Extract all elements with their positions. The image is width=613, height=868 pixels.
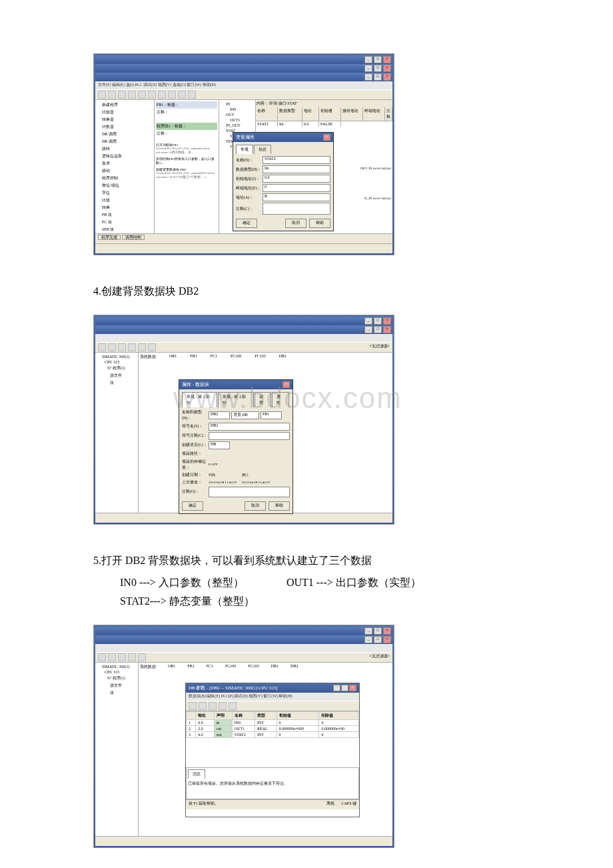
tree-item[interactable]: 比较	[97, 197, 153, 204]
status-btn[interactable]: 调用结构	[122, 235, 145, 240]
block-icon[interactable]: FC105	[248, 664, 259, 670]
tree-item[interactable]: 转换	[97, 204, 153, 211]
table-row[interactable]: 2 2.0 out OUT1 REAL 0.000000e+000 0.0000…	[187, 726, 359, 732]
block-icon[interactable]: FB1	[190, 354, 197, 360]
minimize-button[interactable]: _	[364, 326, 372, 333]
maximize-button[interactable]: □	[374, 627, 382, 635]
close-button[interactable]: ×	[383, 627, 391, 635]
tree-item[interactable]: 程序控制	[97, 175, 153, 182]
toolbar-icon[interactable]	[209, 702, 217, 710]
block-icon[interactable]: OB1	[169, 354, 177, 360]
tree-item[interactable]: S7 程序(1)	[97, 365, 137, 372]
comment-input[interactable]	[209, 487, 290, 497]
minimize-button[interactable]: _	[364, 636, 372, 643]
block-icon[interactable]: 系统数据	[140, 664, 156, 670]
minimize-button[interactable]: _	[364, 627, 372, 635]
toolbar-icon[interactable]	[98, 91, 106, 99]
maximize-icon[interactable]: □	[341, 685, 348, 691]
minimize-button[interactable]: _	[364, 56, 372, 63]
toolbar-icon[interactable]	[168, 91, 176, 99]
toolbar-icon[interactable]	[199, 702, 207, 710]
toolbar-icon[interactable]	[148, 91, 156, 99]
tree-item[interactable]: CPU 315	[97, 359, 137, 365]
close-icon[interactable]: ×	[323, 134, 330, 141]
name-input[interactable]: DB2	[209, 411, 230, 419]
status-btn[interactable]: 程序完成	[98, 235, 121, 240]
minimize-icon[interactable]: _	[333, 685, 340, 691]
block-icon[interactable]: DB1	[271, 664, 279, 670]
toolbar-icon[interactable]	[98, 653, 106, 661]
comment-input[interactable]	[263, 203, 330, 215]
block-icon[interactable]: FC100	[225, 664, 236, 670]
toolbar-icon[interactable]	[148, 343, 156, 351]
toolbar-icon[interactable]	[98, 343, 106, 351]
tab-attrs[interactable]: 属性	[272, 392, 289, 407]
tree-item[interactable]: 块	[97, 379, 137, 387]
maximize-button[interactable]: □	[374, 73, 382, 81]
toolbar-icon[interactable]	[158, 91, 166, 99]
type-input[interactable]: Int	[263, 165, 330, 173]
toolbar[interactable]: <无过滤器>	[95, 652, 392, 663]
close-button[interactable]: ×	[383, 317, 391, 325]
toolbar-icon[interactable]	[108, 653, 116, 661]
block-icon[interactable]: 系统数据	[140, 354, 156, 360]
menubar[interactable]: 文件(F) 编辑(E) 选(I) PLC 调试(D) 视图(V) 选项(O) 窗…	[95, 81, 392, 89]
tree-item[interactable]: IN	[221, 101, 254, 107]
tree-item[interactable]: 源文件	[97, 682, 137, 689]
tree-item[interactable]: SIMATIC 300(1)	[97, 664, 137, 669]
tree-item[interactable]: 比较器	[97, 109, 153, 116]
addr-input[interactable]: B	[263, 193, 330, 201]
tree-item[interactable]: 转换器	[97, 116, 153, 123]
inner-menubar[interactable]: 数据块(B) 编辑(E) PLC(P) 调试(D) 视图(V) 窗口(W) 帮助…	[186, 693, 359, 701]
block-icon[interactable]: FB1	[187, 664, 194, 670]
tab-info[interactable]: 信息	[254, 145, 271, 154]
toolbar[interactable]: <无过滤器>	[95, 342, 392, 353]
menubar[interactable]	[95, 644, 392, 652]
toolbar-icon[interactable]	[128, 653, 136, 661]
toolbar-icon[interactable]	[188, 91, 196, 99]
close-button[interactable]: ×	[383, 326, 391, 333]
block-icon[interactable]: FC1	[211, 354, 217, 360]
close-icon[interactable]: ×	[349, 685, 356, 691]
tree-item[interactable]: FC 块	[97, 219, 153, 226]
toolbar-icon[interactable]	[138, 91, 146, 99]
table-row[interactable]: 1 0.0 in IN0 INT 0 0	[187, 720, 359, 726]
toolbar-icon[interactable]	[138, 653, 146, 661]
toolbar-icon[interactable]	[118, 91, 126, 99]
tree-item[interactable]: 源文件	[97, 372, 137, 379]
maximize-button[interactable]: □	[374, 636, 382, 643]
toolbar-icon[interactable]	[118, 343, 126, 351]
block-icon[interactable]: OB1	[168, 664, 175, 670]
tab-calls[interactable]: 调用	[255, 392, 272, 407]
toolbar-icon[interactable]	[178, 91, 186, 99]
block-icon[interactable]: DB1	[279, 354, 287, 360]
project-tree[interactable]: SIMATIC 300(1) CPU 315 S7 程序(1) 源文件 块	[95, 353, 139, 513]
tab-general1[interactable]: 常规 - 第 1 部分	[182, 392, 217, 407]
term-input[interactable]: 0	[263, 184, 330, 192]
help-button[interactable]: 帮助	[309, 219, 330, 228]
tree-item[interactable]: SIMATIC 300(1)	[97, 354, 137, 359]
tree-item[interactable]: 移动	[97, 167, 153, 175]
tree-item[interactable]: IN_OUT	[221, 123, 254, 128]
maximize-button[interactable]: □	[374, 326, 382, 333]
toolbar[interactable]	[95, 89, 392, 100]
toolbar-icon[interactable]	[108, 343, 116, 351]
toolbar-icon[interactable]	[229, 702, 237, 710]
tree-item[interactable]: 新建程序	[97, 101, 153, 109]
block-icon[interactable]: FC100	[231, 354, 241, 360]
tab-messages[interactable]: 消息	[188, 769, 205, 779]
tree-item[interactable]: 字位	[97, 189, 153, 197]
minimize-button[interactable]: _	[364, 65, 372, 72]
close-icon[interactable]: ×	[283, 381, 290, 388]
symcomment-input[interactable]	[209, 432, 290, 440]
tree-item[interactable]: DB 调用	[97, 131, 153, 138]
table-row[interactable]: 3 6.0 stat STAT2 INT 0 0	[187, 732, 359, 738]
tree-item[interactable]: IN0	[221, 107, 254, 112]
inner-toolbar[interactable]	[186, 701, 359, 711]
menubar[interactable]	[95, 334, 392, 342]
toolbar-icon[interactable]	[219, 702, 227, 710]
block-icon[interactable]: DB2	[291, 664, 298, 670]
tree-item[interactable]: 逻辑位运算	[97, 153, 153, 160]
tab-general2[interactable]: 常规 - 第 2 部分	[218, 392, 253, 407]
init-input[interactable]: 0.0	[263, 175, 330, 183]
